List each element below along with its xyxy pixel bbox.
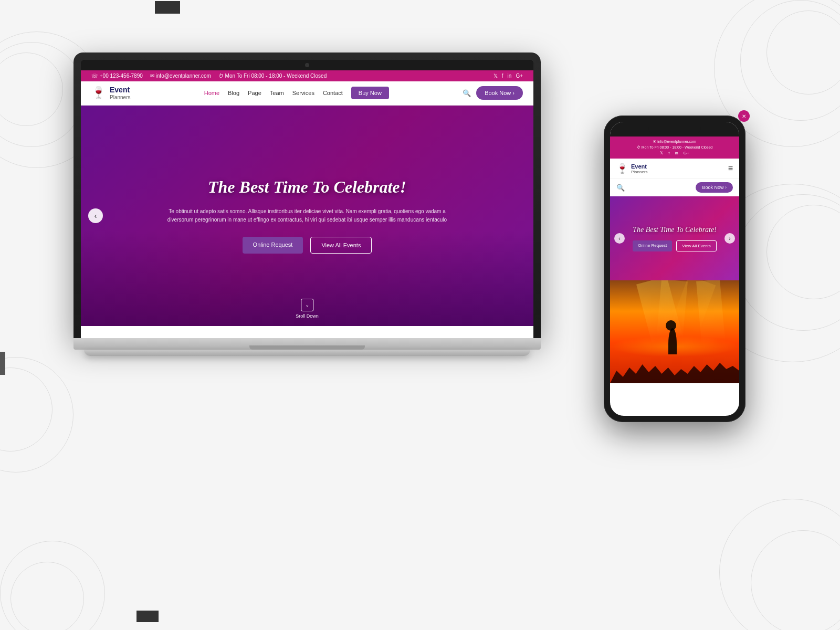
phone-outer: ✉ info@eventplanner.com ⏱ Mon To Fri 08:… (604, 116, 746, 422)
phone-next-button[interactable]: › (724, 233, 735, 244)
phone-logo-icon: 🍷 (616, 163, 628, 174)
phone-topbar-email: ✉ info@eventplanner.com (653, 140, 696, 144)
phone-close-button[interactable]: ✕ (738, 110, 750, 122)
nav-contact[interactable]: Contact (323, 90, 343, 96)
decor-rect-left (0, 352, 5, 375)
phone-search-bar: 🔍 Book Now › (610, 179, 739, 196)
phone-logo: 🍷 Event Planners (616, 163, 648, 174)
phone-topbar: ✉ info@eventplanner.com ⏱ Mon To Fri 08:… (610, 136, 739, 159)
phone-notch-area (610, 122, 739, 136)
nav-blog[interactable]: Blog (228, 90, 239, 96)
hero-body: Te obtinuit ut adepto satis somno. Allis… (160, 207, 454, 224)
topbar-hours: ⏱ Mon To Fri 08:00 - 18:00 - Weekend Clo… (218, 73, 327, 79)
phone-topbar-hours: ⏱ Mon To Fri 08:00 - 18:00 - Weekend Clo… (637, 145, 712, 149)
topbar-phone: ☏ +00 123-456-7890 (91, 73, 143, 79)
decor-rect-top (155, 1, 180, 14)
search-icon[interactable]: 🔍 (463, 89, 471, 97)
laptop-mockup: ☏ +00 123-456-7890 ✉ info@eventplanner.c… (74, 52, 541, 356)
nav-services[interactable]: Services (292, 90, 314, 96)
phone-screen: ✉ info@eventplanner.com ⏱ Mon To Fri 08:… (610, 122, 739, 416)
phone-view-all-events-button[interactable]: View All Events (676, 240, 717, 251)
phone-book-now-button[interactable]: Book Now › (696, 182, 733, 193)
phone-concert-image (610, 280, 739, 383)
phone-hero-title: The Best Time To Celebrate! (633, 226, 717, 234)
hero-title: The Best Time To Celebrate! (160, 177, 454, 197)
logo-brand: Event (110, 86, 130, 94)
nav-page[interactable]: Page (248, 90, 261, 96)
site-topbar: ☏ +00 123-456-7890 ✉ info@eventplanner.c… (81, 70, 533, 81)
nav-team[interactable]: Team (270, 90, 284, 96)
phone-social-gplus[interactable]: G+ (684, 151, 689, 155)
scroll-label: Sroll Down (296, 313, 319, 319)
site-logo: 🍷 Event Planners (91, 86, 130, 101)
phone-prev-button[interactable]: ‹ (614, 233, 625, 244)
site-navbar: 🍷 Event Planners Home Blog Page Team Ser… (81, 81, 533, 106)
hamburger-menu-icon[interactable]: ≡ (728, 164, 733, 173)
book-now-button[interactable]: Book Now › (476, 86, 523, 100)
view-all-events-button[interactable]: View All Events (310, 237, 372, 254)
decor-rect-bottom (136, 611, 159, 622)
hero-buttons: Online Request View All Events (160, 237, 454, 254)
nav-home[interactable]: Home (204, 90, 219, 96)
nav-actions: 🔍 Book Now › (463, 86, 523, 100)
social-facebook[interactable]: f (502, 73, 503, 79)
phone-online-request-button[interactable]: Online Request (633, 240, 672, 251)
logo-sub: Planners (110, 94, 130, 101)
phone-search-icon[interactable]: 🔍 (616, 184, 625, 192)
phone-social-linkedin[interactable]: in (675, 151, 678, 155)
topbar-email: ✉ info@eventplanner.com (150, 73, 211, 79)
phone-logo-brand: Event (631, 163, 648, 170)
laptop-screen: ☏ +00 123-456-7890 ✉ info@eventplanner.c… (81, 70, 533, 338)
logo-icon: 🍷 (91, 86, 106, 100)
nav-buy-button[interactable]: Buy Now (351, 87, 389, 99)
phone-mockup: ✕ ✉ info@eventplanner.com ⏱ Mon To Fri 0… (604, 116, 746, 422)
phone-logo-sub: Planners (631, 170, 648, 174)
hero-prev-button[interactable]: ‹ (88, 208, 103, 223)
hero-content: The Best Time To Celebrate! Te obtinuit … (129, 177, 486, 254)
phone-notch (648, 125, 701, 134)
performer-silhouette (668, 328, 677, 354)
social-linkedin[interactable]: in (508, 73, 512, 79)
social-googleplus[interactable]: G+ (516, 73, 523, 79)
phone-navbar: 🍷 Event Planners ≡ (610, 159, 739, 179)
site-nav-links: Home Blog Page Team Services Contact Buy… (204, 87, 389, 99)
phone-social-facebook[interactable]: f (668, 151, 669, 155)
laptop-hinge (249, 345, 365, 350)
laptop-foot (84, 350, 530, 356)
site-hero: ‹ The Best Time To Celebrate! Te obtinui… (81, 106, 533, 326)
scroll-box: ⌄ (301, 299, 313, 311)
phone-hero-buttons: Online Request View All Events (633, 240, 717, 251)
laptop-camera (305, 63, 309, 67)
phone-social-twitter[interactable]: 𝕏 (660, 151, 663, 155)
social-twitter[interactable]: 𝕏 (494, 73, 498, 79)
phone-hero: ‹ › The Best Time To Celebrate! Online R… (610, 196, 739, 280)
performer-head (666, 320, 676, 331)
scroll-down[interactable]: ⌄ Sroll Down (296, 299, 319, 319)
online-request-button[interactable]: Online Request (243, 237, 303, 254)
